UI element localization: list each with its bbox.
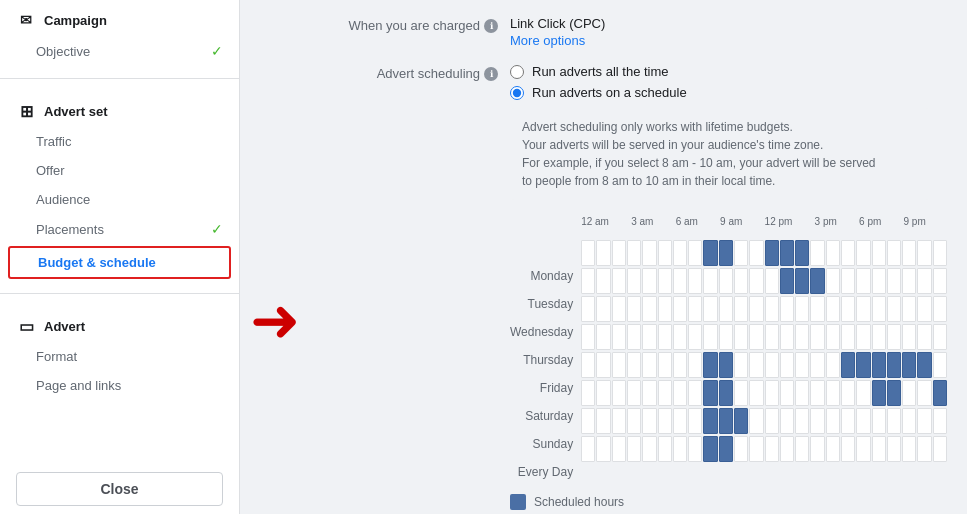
grid-cell[interactable] (581, 352, 595, 378)
grid-cell[interactable] (872, 324, 886, 350)
grid-cell[interactable] (581, 408, 595, 434)
grid-cell[interactable] (719, 240, 733, 266)
grid-cell[interactable] (596, 240, 610, 266)
grid-cell[interactable] (841, 436, 855, 462)
grid-cell[interactable] (612, 240, 626, 266)
grid-cell[interactable] (917, 352, 931, 378)
grid-cell[interactable] (902, 408, 916, 434)
grid-cell[interactable] (780, 324, 794, 350)
grid-cell[interactable] (902, 436, 916, 462)
grid-cell[interactable] (933, 380, 947, 406)
grid-cell[interactable] (872, 380, 886, 406)
grid-cell[interactable] (688, 436, 702, 462)
grid-cell[interactable] (872, 240, 886, 266)
grid-cell[interactable] (856, 408, 870, 434)
grid-cell[interactable] (872, 408, 886, 434)
grid-cell[interactable] (810, 408, 824, 434)
grid-cell[interactable] (933, 296, 947, 322)
grid-cell[interactable] (856, 296, 870, 322)
grid-cell[interactable] (658, 352, 672, 378)
grid-cell[interactable] (581, 240, 595, 266)
grid-cell[interactable] (780, 352, 794, 378)
grid-cell[interactable] (856, 268, 870, 294)
grid-cell[interactable] (627, 436, 641, 462)
grid-cell[interactable] (719, 352, 733, 378)
grid-cell[interactable] (917, 296, 931, 322)
grid-cell[interactable] (795, 296, 809, 322)
grid-cell[interactable] (703, 352, 717, 378)
grid-cell[interactable] (612, 380, 626, 406)
grid-cell[interactable] (734, 268, 748, 294)
grid-cell[interactable] (872, 352, 886, 378)
grid-cell[interactable] (826, 324, 840, 350)
grid-cell[interactable] (917, 240, 931, 266)
grid-cell[interactable] (688, 268, 702, 294)
grid-cell[interactable] (612, 352, 626, 378)
grid-cell[interactable] (703, 296, 717, 322)
grid-cell[interactable] (780, 296, 794, 322)
grid-cell[interactable] (642, 240, 656, 266)
grid-cell[interactable] (780, 268, 794, 294)
grid-cell[interactable] (673, 268, 687, 294)
grid-cell[interactable] (826, 296, 840, 322)
grid-cell[interactable] (673, 324, 687, 350)
grid-cell[interactable] (719, 436, 733, 462)
grid-cell[interactable] (887, 352, 901, 378)
grid-cell[interactable] (688, 324, 702, 350)
grid-cell[interactable] (627, 240, 641, 266)
grid-cell[interactable] (734, 296, 748, 322)
grid-cell[interactable] (703, 408, 717, 434)
grid-cell[interactable] (642, 436, 656, 462)
grid-cell[interactable] (887, 436, 901, 462)
grid-cell[interactable] (658, 296, 672, 322)
grid-cell[interactable] (902, 352, 916, 378)
grid-cell[interactable] (765, 324, 779, 350)
sidebar-item-placements[interactable]: Placements ✓ (0, 214, 239, 244)
grid-cell[interactable] (902, 324, 916, 350)
grid-cell[interactable] (642, 268, 656, 294)
grid-cell[interactable] (841, 380, 855, 406)
grid-cell[interactable] (734, 380, 748, 406)
more-options-link[interactable]: More options (510, 33, 947, 48)
grid-cell[interactable] (765, 352, 779, 378)
grid-cell[interactable] (749, 408, 763, 434)
grid-cell[interactable] (749, 352, 763, 378)
grid-cell[interactable] (826, 380, 840, 406)
grid-cell[interactable] (887, 268, 901, 294)
grid-cell[interactable] (734, 408, 748, 434)
grid-cell[interactable] (658, 436, 672, 462)
grid-cell[interactable] (673, 436, 687, 462)
grid-cell[interactable] (658, 324, 672, 350)
grid-cell[interactable] (887, 296, 901, 322)
grid-cell[interactable] (688, 380, 702, 406)
grid-cell[interactable] (765, 240, 779, 266)
grid-cell[interactable] (581, 324, 595, 350)
grid-cell[interactable] (612, 324, 626, 350)
grid-cell[interactable] (917, 324, 931, 350)
grid-cell[interactable] (780, 436, 794, 462)
grid-cell[interactable] (826, 436, 840, 462)
grid-cell[interactable] (826, 352, 840, 378)
grid-cell[interactable] (765, 296, 779, 322)
grid-cell[interactable] (734, 324, 748, 350)
grid-cell[interactable] (810, 352, 824, 378)
grid-cell[interactable] (734, 240, 748, 266)
sidebar-item-budget-schedule[interactable]: Budget & schedule (10, 248, 229, 277)
grid-cell[interactable] (780, 380, 794, 406)
grid-cell[interactable] (581, 380, 595, 406)
grid-cell[interactable] (856, 240, 870, 266)
grid-cell[interactable] (627, 352, 641, 378)
grid-cell[interactable] (887, 408, 901, 434)
grid-cell[interactable] (688, 352, 702, 378)
grid-cell[interactable] (917, 268, 931, 294)
grid-cell[interactable] (612, 268, 626, 294)
sidebar-item-page-links[interactable]: Page and links (0, 371, 239, 400)
grid-cell[interactable] (917, 380, 931, 406)
grid-cell[interactable] (749, 380, 763, 406)
grid-cell[interactable] (658, 268, 672, 294)
grid-cell[interactable] (734, 352, 748, 378)
grid-cell[interactable] (933, 436, 947, 462)
grid-cell[interactable] (673, 296, 687, 322)
grid-cell[interactable] (795, 268, 809, 294)
grid-cell[interactable] (581, 296, 595, 322)
